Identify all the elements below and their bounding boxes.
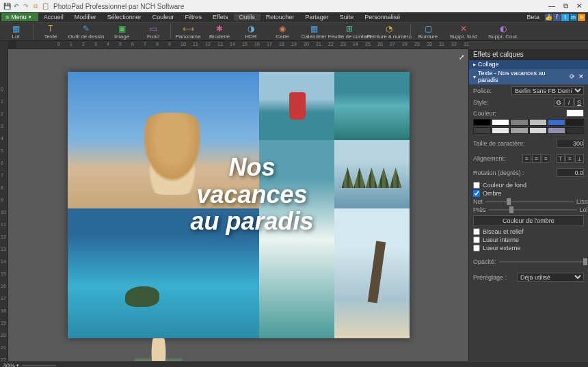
text-layer[interactable]: Nos vacances au paradis	[163, 154, 341, 235]
align-left-button[interactable]: ≡	[522, 154, 531, 163]
collage-cell[interactable]	[259, 72, 334, 140]
bevel-check[interactable]: Biseau et relief	[469, 228, 588, 236]
sharp-slider[interactable]	[485, 201, 574, 202]
color-swatch[interactable]	[566, 109, 584, 117]
tool-icon: ▭	[148, 24, 158, 33]
redo-icon[interactable]: ↷	[22, 2, 30, 10]
near-slider[interactable]	[489, 209, 577, 210]
font-select[interactable]: Berlin Sans FB Demi	[511, 86, 584, 95]
status-bar: 30% ▾	[0, 361, 588, 367]
color-swatch[interactable]	[529, 127, 547, 134]
tool-suppr-coul-[interactable]: ◐Suppr. Coul.	[483, 23, 523, 40]
tool-bordure[interactable]: ▢Bordure	[412, 23, 444, 40]
menu-tab[interactable]: Effets	[207, 14, 234, 21]
tool-panorama[interactable]: ⟷Panorama	[172, 23, 204, 40]
tool-outil-de-dessin[interactable]: ✎Outil de dessin	[66, 23, 106, 40]
inner-glow-check[interactable]: Lueur interne	[469, 236, 588, 244]
menu-tab[interactable]: Partager	[299, 14, 334, 21]
bgcolor-checkbox[interactable]	[473, 182, 480, 189]
valign-middle-button[interactable]: ≡	[565, 154, 574, 163]
align-center-button[interactable]: ≡	[532, 154, 541, 163]
facebook-icon[interactable]: f	[553, 14, 561, 21]
save-icon[interactable]: 💾	[3, 2, 11, 10]
zoom-slider[interactable]	[22, 365, 56, 366]
color-swatch[interactable]	[492, 127, 509, 134]
tool-suppr-fond[interactable]: ✕Suppr. fond	[444, 23, 483, 40]
color-swatch[interactable]	[548, 119, 565, 126]
main-menu-button[interactable]: ≡ Menu ▾	[1, 13, 38, 21]
tool-texte[interactable]: TTexte	[35, 23, 66, 40]
tool-fond[interactable]: ▭Fond	[137, 23, 169, 40]
shadow-checkbox[interactable]	[473, 190, 480, 197]
color-swatch[interactable]	[566, 127, 584, 134]
align-right-button[interactable]: ≡	[542, 154, 550, 163]
underline-button[interactable]: S	[574, 98, 584, 107]
refresh-icon[interactable]: ⟳	[570, 73, 575, 80]
tool-hdr[interactable]: ◑HDR	[235, 23, 267, 40]
accordion-collage[interactable]: ▸ Collage	[469, 60, 588, 69]
close-button[interactable]: ✕	[573, 2, 585, 10]
collage-cell[interactable]	[334, 72, 410, 140]
bold-button[interactable]: G	[554, 98, 563, 107]
italic-button[interactable]: I	[564, 98, 574, 107]
tool-calendrier[interactable]: ▦Calendrier	[298, 23, 330, 40]
tool-lot[interactable]: ▦Lot	[0, 23, 31, 40]
color-swatch[interactable]	[473, 127, 491, 134]
app-title: PhotoPad Professionnel par NCH Software	[53, 3, 546, 10]
preset-select[interactable]: Déjà utilisé	[517, 273, 584, 282]
collage-page[interactable]: Nos vacances au paradis	[68, 72, 410, 338]
copy-icon[interactable]: ⧉	[31, 2, 40, 10]
menu-tab[interactable]: Sélectionner	[102, 14, 147, 21]
collage-cell[interactable]	[334, 140, 410, 208]
menu-bar: ≡ Menu ▾ AccueilModifierSélectionnerCoul…	[0, 12, 588, 22]
tool-carte[interactable]: ◉Carte	[267, 23, 298, 40]
shadow-check[interactable]: Ombre	[469, 189, 588, 198]
rotation-input[interactable]	[557, 168, 584, 177]
bevel-checkbox[interactable]	[473, 228, 480, 235]
color-swatch[interactable]	[548, 127, 565, 134]
menu-tab[interactable]: Couleur	[147, 14, 180, 21]
delete-icon[interactable]: ✕	[578, 73, 584, 80]
tool-broderie[interactable]: ✱Broderie	[204, 23, 235, 40]
color-swatch[interactable]	[492, 119, 509, 126]
color-swatch[interactable]	[510, 127, 528, 134]
color-swatch[interactable]	[566, 119, 584, 126]
collage-cell[interactable]	[334, 208, 410, 338]
twitter-icon[interactable]: t	[561, 14, 569, 21]
menu-tab[interactable]: Retoucher	[260, 14, 300, 21]
expand-icon[interactable]: ⤢	[459, 53, 464, 61]
menu-tab[interactable]: Filtres	[179, 14, 207, 21]
align-row: Alignement: ≡ ≡ ≡ ⊤ ≡ ⊥	[469, 153, 588, 164]
menu-tab[interactable]: Personnalisé	[359, 14, 405, 21]
accordion-text-layer[interactable]: ▾ Texte - Nos vacances au paradis ⟳ ✕	[469, 69, 588, 85]
color-swatch[interactable]	[473, 119, 491, 126]
undo-icon[interactable]: ↶	[12, 2, 21, 10]
tool-image[interactable]: ▣Image	[106, 23, 137, 40]
tool-feuille-de-contact[interactable]: ⊞Feuille de contact	[330, 23, 369, 40]
linkedin-icon[interactable]: in	[570, 14, 577, 21]
tool-peinture-num-ro[interactable]: ◔Peinture à numéro	[369, 23, 409, 40]
opacity-slider[interactable]	[499, 261, 587, 262]
shadow-color-button[interactable]: Couleur de l'ombre	[473, 215, 584, 226]
paste-icon[interactable]: 📋	[41, 2, 49, 10]
outer-glow-check[interactable]: Lueur externe	[469, 244, 588, 252]
valign-top-button[interactable]: ⊤	[556, 154, 565, 163]
outer-glow-checkbox[interactable]	[473, 245, 480, 252]
rss-icon[interactable]: ≋	[578, 14, 585, 21]
menu-tab[interactable]: Suite	[334, 14, 360, 21]
charsize-input[interactable]	[557, 139, 584, 148]
ruler-vertical: 0123456789101112131415161718192021222324…	[0, 49, 8, 361]
valign-bottom-button[interactable]: ⊥	[575, 154, 584, 163]
like-icon[interactable]: 👍	[545, 14, 552, 21]
color-swatch[interactable]	[510, 119, 528, 126]
inner-glow-checkbox[interactable]	[473, 236, 480, 243]
menu-tab[interactable]: Modifier	[69, 14, 102, 21]
color-swatch[interactable]	[529, 119, 547, 126]
menu-tab[interactable]: Accueil	[38, 14, 69, 21]
maximize-button[interactable]: ⧉	[559, 2, 572, 10]
canvas-area[interactable]: ⤢ Nos vacances au paradis	[8, 49, 468, 361]
menu-tab[interactable]: Outils	[234, 14, 260, 21]
minimize-button[interactable]: —	[546, 2, 558, 10]
zoom-dropdown-icon[interactable]: ▾	[16, 363, 19, 367]
bgcolor-check[interactable]: Couleur de fond	[469, 181, 588, 189]
